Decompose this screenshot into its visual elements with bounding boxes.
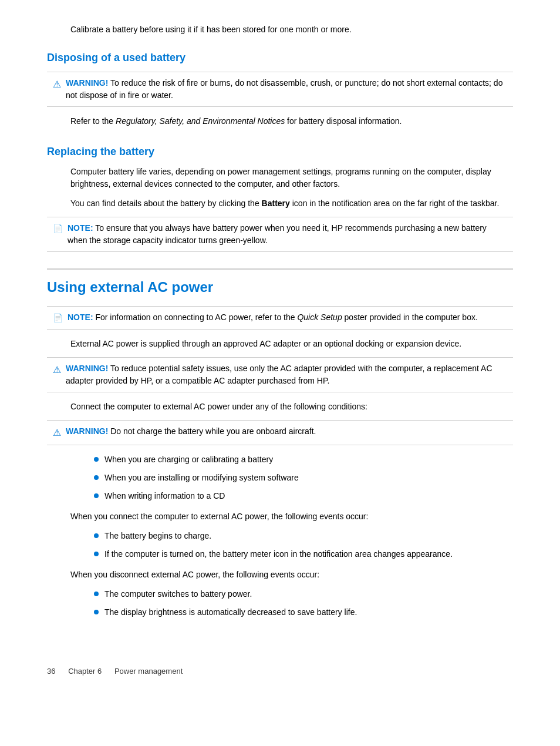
replacing-note-label: NOTE:	[68, 223, 93, 233]
ac-power-note-box: 📄 NOTE: For information on connecting to…	[47, 306, 513, 330]
ac-power-note-italic: Quick Setup	[297, 312, 342, 322]
bullet-text: When writing information to a CD	[104, 490, 225, 502]
disposing-body-italic: Regulatory, Safety, and Environmental No…	[116, 116, 285, 126]
replacing-body1: Computer battery life varies, depending …	[47, 166, 513, 190]
bullet-dot-icon	[94, 592, 99, 596]
ac-power-body3: When you connect the computer to externa…	[47, 510, 513, 523]
ac-power-warning2-content: WARNING! Do not charge the battery while…	[66, 425, 316, 438]
bullet-dot-icon	[94, 493, 99, 498]
ac-power-heading: Using external AC power	[47, 277, 513, 298]
replacing-body2: You can find details about the battery b…	[47, 197, 513, 210]
bullet-text: The computer switches to battery power.	[104, 588, 252, 600]
replacing-body2-suffix: icon in the notification area on the far…	[290, 199, 499, 208]
ac-power-warning1-content: WARNING! To reduce potential safety issu…	[66, 362, 507, 387]
footer-chapter-title: Power management	[114, 667, 183, 676]
ac-warning2-triangle-icon: ⚠	[53, 426, 61, 440]
ac-power-bullets1: When you are charging or calibrating a b…	[47, 453, 513, 502]
ac-power-warning1-text: To reduce potential safety issues, use o…	[66, 364, 492, 385]
ac-power-warning2-box: ⚠ WARNING! Do not charge the battery whi…	[47, 420, 513, 445]
bullet-text: The display brightness is automatically …	[104, 606, 357, 619]
replacing-note-box: 📄 NOTE: To ensure that you always have b…	[47, 217, 513, 252]
disposing-warning-text: To reduce the risk of fire or burns, do …	[66, 78, 502, 100]
bullet-dot-icon	[94, 552, 99, 556]
replacing-body2-prefix: You can find details about the battery b…	[70, 199, 262, 208]
list-item: When you are installing or modifying sys…	[94, 472, 513, 484]
list-item: The computer switches to battery power.	[94, 588, 513, 600]
ac-power-note-text2: poster provided in the computer box.	[342, 312, 478, 322]
bullet-text: When you are installing or modifying sys…	[104, 472, 299, 484]
replacing-note-text: To ensure that you always have battery p…	[68, 223, 487, 245]
replacing-note-content: NOTE: To ensure that you always have bat…	[68, 222, 507, 247]
ac-power-section: Using external AC power 📄 NOTE: For info…	[47, 268, 513, 619]
ac-power-warning1-label: WARNING!	[66, 364, 108, 373]
bullet-dot-icon	[94, 457, 99, 462]
replacing-section: Replacing the battery Computer battery l…	[47, 144, 513, 252]
disposing-body-text: Refer to the Regulatory, Safety, and Env…	[47, 115, 513, 127]
footer-page-num: 36	[47, 667, 55, 676]
ac-warning1-triangle-icon: ⚠	[53, 363, 61, 377]
list-item: When you are charging or calibrating a b…	[94, 453, 513, 466]
ac-power-bullets2: The battery begins to charge.If the comp…	[47, 530, 513, 560]
disposing-section: Disposing of a used battery ⚠ WARNING! T…	[47, 50, 513, 127]
ac-power-warning2-label: WARNING!	[66, 426, 108, 436]
disposing-body-suffix: for battery disposal information.	[285, 116, 402, 126]
ac-power-note-text: For information on connecting to AC powe…	[95, 312, 297, 322]
replacing-body2-bold: Battery	[262, 199, 290, 208]
note-page-icon: 📄	[53, 223, 63, 235]
disposing-warning-box: ⚠ WARNING! To reduce the risk of fire or…	[47, 72, 513, 107]
bullet-dot-icon	[94, 475, 99, 480]
ac-power-body2: Connect the computer to external AC powe…	[47, 401, 513, 413]
ac-note-page-icon: 📄	[53, 312, 63, 324]
warning-triangle-icon: ⚠	[53, 78, 61, 92]
ac-power-note-label: NOTE:	[68, 312, 93, 322]
ac-power-warning2-text: Do not charge the battery while you are …	[110, 426, 316, 436]
list-item: The battery begins to charge.	[94, 530, 513, 542]
intro-calibrate-text: Calibrate a battery before using it if i…	[47, 23, 513, 36]
list-item: When writing information to a CD	[94, 490, 513, 502]
ac-power-divider	[47, 268, 513, 270]
bullet-dot-icon	[94, 533, 99, 538]
ac-power-bullets3: The computer switches to battery power.T…	[47, 588, 513, 619]
bullet-text: If the computer is turned on, the batter…	[104, 548, 453, 560]
ac-power-warning1-box: ⚠ WARNING! To reduce potential safety is…	[47, 357, 513, 392]
list-item: If the computer is turned on, the batter…	[94, 548, 513, 560]
disposing-warning-content: WARNING! To reduce the risk of fire or b…	[66, 77, 507, 102]
bullet-text: When you are charging or calibrating a b…	[104, 453, 273, 466]
bullet-dot-icon	[94, 610, 99, 614]
disposing-warning-label: WARNING!	[66, 78, 108, 88]
ac-power-body4: When you disconnect external AC power, t…	[47, 569, 513, 581]
footer: 36 Chapter 6 Power management	[47, 666, 513, 677]
ac-power-note-content: NOTE: For information on connecting to A…	[68, 311, 478, 324]
disposing-body-prefix: Refer to the	[70, 116, 116, 126]
disposing-heading: Disposing of a used battery	[47, 50, 513, 66]
bullet-text: The battery begins to charge.	[104, 530, 211, 542]
footer-chapter: Chapter 6	[68, 667, 102, 676]
list-item: The display brightness is automatically …	[94, 606, 513, 619]
replacing-heading: Replacing the battery	[47, 144, 513, 160]
ac-power-body1: External AC power is supplied through an…	[47, 338, 513, 350]
